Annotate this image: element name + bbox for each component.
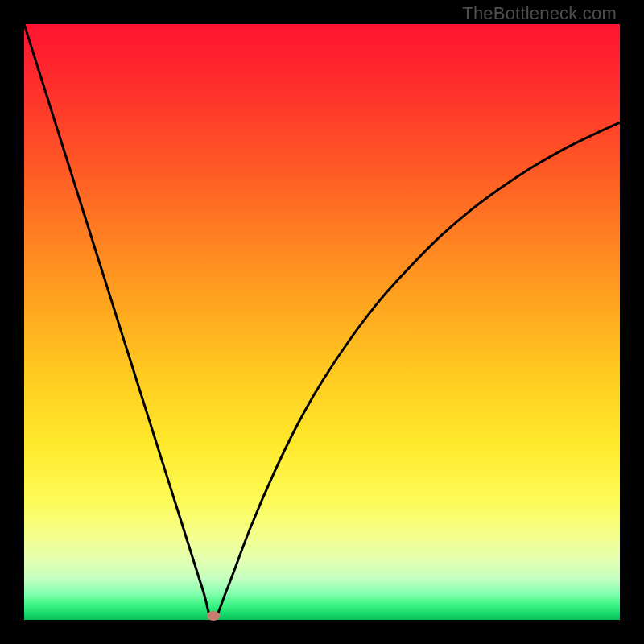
- curve-path: [24, 24, 620, 620]
- watermark-text: TheBottleneck.com: [462, 3, 617, 24]
- bottleneck-curve: [24, 24, 620, 620]
- optimal-marker: [207, 611, 220, 621]
- chart-frame: [24, 24, 620, 620]
